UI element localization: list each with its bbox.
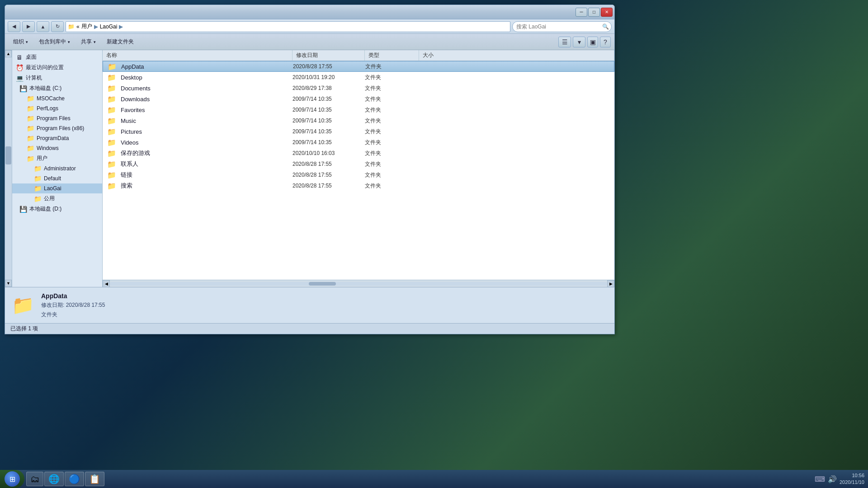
file-row-desktop-f[interactable]: 📁 Desktop 2020/10/31 19:20 文件夹 <box>103 72 614 83</box>
col-header-date[interactable]: 修改日期 <box>292 50 365 61</box>
file-type-desktop-f: 文件夹 <box>365 74 419 81</box>
file-icon-music: 📁 <box>103 117 121 125</box>
sidebar-item-default[interactable]: 📁 Default <box>12 174 102 183</box>
share-label: 共享 <box>81 38 92 46</box>
sidebar-scroll-thumb <box>5 146 11 164</box>
include-library-arrow: ▾ <box>68 40 70 44</box>
sidebar-scroll-down[interactable]: ▼ <box>5 280 12 287</box>
address-bar[interactable]: 📁 « 用户 ▶ LaoGai ▶ <box>66 21 510 32</box>
sidebar-item-msocache[interactable]: 📁 MSOCache <box>12 94 102 103</box>
file-date-searches: 2020/8/28 17:55 <box>292 183 365 189</box>
sidebar-item-computer[interactable]: 💻 计算机 <box>12 73 102 83</box>
up-button[interactable]: ▲ <box>37 21 49 32</box>
sidebar-item-users[interactable]: 📁 用户 <box>12 153 102 164</box>
new-folder-button[interactable]: 新建文件夹 <box>102 36 138 48</box>
file-date-music: 2009/7/14 10:35 <box>292 117 365 124</box>
file-row-pictures[interactable]: 📁 Pictures 2009/7/14 10:35 文件夹 <box>103 126 614 137</box>
sidebar-label-computer: 计算机 <box>26 74 42 82</box>
file-icon-contacts: 📁 <box>103 160 121 169</box>
file-row-links[interactable]: 📁 链接 2020/8/28 17:55 文件夹 <box>103 169 614 180</box>
file-row-videos[interactable]: 📁 Videos 2009/7/14 10:35 文件夹 <box>103 137 614 148</box>
share-button[interactable]: 共享 ▾ <box>76 36 100 48</box>
sidebar-item-windows[interactable]: 📁 Windows <box>12 143 102 153</box>
taskbar-app-chrome[interactable]: 🔵 <box>65 472 84 486</box>
file-type-searches: 文件夹 <box>365 182 419 190</box>
file-icon-documents: 📁 <box>103 84 121 93</box>
sidebar-item-program-files-x86[interactable]: 📁 Program Files (x86) <box>12 123 102 133</box>
file-row-contacts[interactable]: 📁 联系人 2020/8/28 17:55 文件夹 <box>103 159 614 169</box>
col-header-size[interactable]: 大小 <box>419 50 614 61</box>
forward-button[interactable]: ▶ <box>22 21 35 32</box>
file-row-saved-games[interactable]: 📁 保存的游戏 2020/10/10 16:03 文件夹 <box>103 148 614 159</box>
scroll-track <box>110 282 607 286</box>
sidebar-item-public[interactable]: 📁 公用 <box>12 193 102 204</box>
start-button[interactable]: ⊞ <box>0 470 24 488</box>
sidebar-item-program-files[interactable]: 📁 Program Files <box>12 113 102 123</box>
column-headers: 名称 修改日期 类型 大小 <box>103 50 614 61</box>
sidebar-item-local-d[interactable]: 💾 本地磁盘 (D:) <box>12 204 102 214</box>
sidebar-item-laogai[interactable]: 📁 LaoGai <box>12 183 102 193</box>
sidebar-item-program-data[interactable]: 📁 ProgramData <box>12 133 102 143</box>
sidebar-label-perflogs: PerfLogs <box>37 105 58 112</box>
col-header-name[interactable]: 名称 <box>103 50 292 61</box>
scroll-left-button[interactable]: ◀ <box>103 280 110 287</box>
sidebar-label-local-d: 本地磁盘 (D:) <box>29 205 61 213</box>
close-button[interactable]: ✕ <box>601 8 613 17</box>
address-part-2[interactable]: LaoGai <box>100 23 118 30</box>
sidebar-icon-local-d: 💾 <box>19 206 27 213</box>
file-date-contacts: 2020/8/28 17:55 <box>292 161 365 167</box>
file-list: 📁 AppData 2020/8/28 17:55 文件夹 📁 Desktop … <box>103 61 614 280</box>
taskbar-apps: 🗂🌐🔵📋 <box>24 470 106 488</box>
file-row-favorites[interactable]: 📁 Favorites 2009/7/14 10:35 文件夹 <box>103 104 614 115</box>
sidebar-scroll-up[interactable]: ▲ <box>5 50 12 57</box>
selection-count: 已选择 1 项 <box>10 325 38 333</box>
file-icon-desktop-f: 📁 <box>103 73 121 82</box>
file-date-appdata: 2020/8/28 17:55 <box>293 63 365 70</box>
file-row-music[interactable]: 📁 Music 2009/7/14 10:35 文件夹 <box>103 115 614 126</box>
selected-file-type: 文件夹 <box>41 311 105 319</box>
file-name-downloads: Downloads <box>121 96 292 103</box>
col-header-type[interactable]: 类型 <box>365 50 419 61</box>
taskbar-app-app4[interactable]: 📋 <box>85 472 104 486</box>
scroll-right-button[interactable]: ▶ <box>607 280 614 287</box>
file-icon-searches: 📁 <box>103 182 121 190</box>
include-library-button[interactable]: 包含到库中 ▾ <box>34 36 75 48</box>
search-input[interactable] <box>512 21 612 32</box>
address-part-1[interactable]: 用户 <box>81 23 92 30</box>
taskbar-app-file-explorer[interactable]: 🗂 <box>26 472 43 486</box>
selected-file-name: AppData <box>41 292 105 300</box>
file-row-downloads[interactable]: 📁 Downloads 2009/7/14 10:35 文件夹 <box>103 94 614 104</box>
view-dropdown-button[interactable]: ▾ <box>573 37 585 47</box>
desktop: ─ □ ✕ ◀ ▶ ▲ ↻ 📁 « 用户 ▶ LaoGai ▶ 🔍 <box>0 0 868 488</box>
file-name-contacts: 联系人 <box>121 160 292 168</box>
sidebar-item-recent[interactable]: ⏰ 最近访问的位置 <box>12 62 102 73</box>
sidebar-item-desktop[interactable]: 🖥 桌面 <box>12 52 102 62</box>
organize-button[interactable]: 组织 ▾ <box>9 36 33 48</box>
back-button[interactable]: ◀ <box>8 21 20 32</box>
preview-pane-button[interactable]: ▣ <box>587 37 598 47</box>
sidebar-label-program-files: Program Files <box>37 115 71 122</box>
search-container: 🔍 <box>512 21 612 32</box>
organize-arrow: ▾ <box>26 40 28 44</box>
refresh-button[interactable]: ↻ <box>51 21 64 32</box>
sidebar-item-administrator[interactable]: 📁 Administrator <box>12 164 102 174</box>
tray-clock[interactable]: 10:56 2020/11/10 <box>840 472 864 486</box>
sidebar-scrollbar[interactable]: ▲ ▼ <box>5 50 12 287</box>
horizontal-scrollbar[interactable]: ◀ ▶ <box>103 280 614 287</box>
file-row-appdata[interactable]: 📁 AppData 2020/8/28 17:55 文件夹 <box>103 61 614 72</box>
view-details-button[interactable]: ☰ <box>558 37 571 47</box>
help-button[interactable]: ? <box>600 37 611 47</box>
include-library-label: 包含到库中 <box>39 38 66 46</box>
sidebar-item-local-c[interactable]: 💾 本地磁盘 (C:) <box>12 83 102 94</box>
file-row-searches[interactable]: 📁 搜索 2020/8/28 17:55 文件夹 <box>103 180 614 191</box>
maximize-button[interactable]: □ <box>588 8 600 17</box>
new-folder-label: 新建文件夹 <box>107 38 134 46</box>
sidebar-item-perflogs[interactable]: 📁 PerfLogs <box>12 103 102 113</box>
sidebar-label-default: Default <box>44 175 61 182</box>
sidebar-icon-administrator: 📁 <box>34 165 41 172</box>
taskbar-app-chrome-color[interactable]: 🌐 <box>44 472 64 486</box>
file-row-documents[interactable]: 📁 Documents 2020/8/29 17:38 文件夹 <box>103 83 614 94</box>
file-name-searches: 搜索 <box>121 182 292 190</box>
file-name-favorites: Favorites <box>121 107 292 113</box>
minimize-button[interactable]: ─ <box>576 8 587 17</box>
